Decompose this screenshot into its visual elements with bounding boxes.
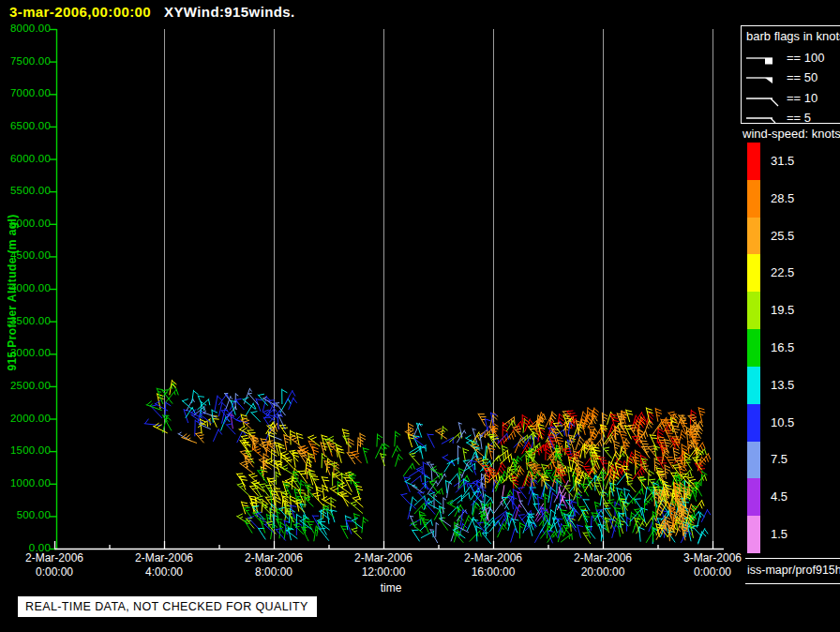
wind-barb	[420, 445, 426, 459]
pennant-50-icon	[743, 69, 781, 86]
wind-barb	[450, 495, 462, 504]
wind-barb	[400, 493, 411, 505]
wind-barb	[478, 414, 487, 427]
wind-barb	[408, 504, 416, 519]
half-barb-5-icon	[743, 110, 781, 127]
footer-divider-top	[745, 558, 840, 559]
x-tick-label: 2-Mar-20060:00:00	[3, 551, 106, 579]
wind-barb	[447, 481, 452, 498]
wind-barb	[513, 475, 519, 489]
wind-barb	[284, 434, 291, 450]
wind-barb	[284, 458, 294, 469]
wind-barb	[345, 515, 351, 530]
wind-barb	[494, 503, 503, 514]
colorbar-swatch	[747, 143, 760, 180]
x-axis	[54, 541, 724, 549]
wind-barb	[534, 529, 545, 543]
wind-barb	[435, 429, 447, 439]
wind-barb	[360, 433, 366, 447]
barb-legend-row: == 100	[743, 49, 825, 68]
y-tick-label: 1500.00	[0, 444, 51, 456]
chart-canvas	[0, 0, 840, 632]
y-tick-label: 500.00	[0, 509, 51, 520]
y-tick-label: 6000.00	[0, 153, 51, 164]
wind-barb	[428, 433, 435, 447]
colorbar-swatch	[747, 292, 760, 329]
x-tick-time: 16:00:00	[442, 565, 545, 579]
wind-barb	[331, 509, 338, 522]
wind-barb	[405, 429, 418, 438]
wind-barb	[624, 488, 630, 503]
y-tick-label: 7000.00	[0, 87, 51, 98]
wind-barb	[252, 446, 263, 458]
colorbar-label: 22.5	[771, 265, 794, 279]
colorbar-label: 25.5	[771, 229, 794, 243]
wind-barb	[472, 429, 477, 444]
wind-barb	[351, 502, 363, 514]
colorbar-label: 13.5	[771, 378, 794, 392]
colorbar-swatch	[747, 254, 760, 292]
wind-barb	[529, 454, 538, 465]
wind-barb	[244, 520, 252, 534]
x-tick-date: 2-Mar-2006	[222, 551, 325, 565]
barb-legend-label: == 10	[787, 91, 818, 105]
barb-legend-title: barb flags in knots	[746, 29, 840, 43]
wind-barb	[458, 422, 462, 437]
wind-barb	[667, 457, 675, 469]
wind-barb	[657, 428, 664, 444]
wind-barb	[286, 528, 297, 538]
wind-barb	[354, 513, 360, 529]
wind-barb	[601, 471, 607, 486]
wind-barb	[362, 517, 368, 533]
wind-barb	[396, 454, 403, 467]
wind-barb	[485, 418, 490, 431]
gridlines	[165, 29, 713, 549]
wind-barb	[463, 448, 469, 462]
wind-profiler-display: 3-mar-2006,00:00:00XYWind:915winds. 8000…	[0, 0, 840, 632]
x-tick-time: 0:00:00	[3, 565, 106, 579]
wind-barb	[237, 483, 249, 495]
wind-barb	[418, 484, 428, 493]
y-axis	[50, 29, 57, 549]
x-tick-time: 4:00:00	[112, 565, 216, 579]
barb-legend-row: == 50	[743, 68, 818, 87]
x-tick-label: 2-Mar-200620:00:00	[551, 551, 654, 579]
wind-barb	[627, 517, 633, 532]
wind-barb	[276, 472, 281, 485]
colorbar-swatch	[747, 367, 760, 404]
wind-barb	[701, 471, 707, 486]
wind-barb	[500, 494, 510, 503]
y-tick-label: 6500.00	[0, 120, 51, 131]
wind-barb	[286, 390, 295, 403]
full-barb-10-icon	[743, 90, 781, 107]
wind-barb	[289, 398, 297, 410]
y-tick-label: 2000.00	[0, 413, 51, 424]
wind-barb	[421, 531, 434, 538]
x-tick-label: 2-Mar-200612:00:00	[332, 551, 435, 579]
wind-barb	[249, 486, 258, 496]
wind-barb	[529, 521, 535, 536]
wind-barb	[411, 475, 421, 484]
colorbar-swatch	[747, 180, 760, 218]
barb-legend-row: == 5	[743, 109, 811, 128]
wind-barb	[420, 519, 432, 531]
wind-barb	[458, 445, 460, 461]
colorbar-swatch	[747, 442, 760, 479]
wind-barb	[442, 437, 454, 444]
wind-barb	[436, 522, 440, 537]
wind-barb	[511, 528, 519, 542]
colorbar-swatch	[747, 516, 760, 553]
wind-barb	[425, 502, 435, 514]
wind-barb	[423, 519, 429, 534]
wind-barb	[470, 531, 482, 542]
barb-legend-label: == 5	[787, 111, 811, 125]
wind-barb	[231, 414, 234, 429]
colorbar-swatch	[747, 404, 760, 442]
wind-barb	[412, 530, 419, 542]
wind-barb	[471, 460, 477, 475]
wind-barb	[277, 508, 282, 522]
x-axis-title: time	[353, 581, 428, 594]
wind-barb	[343, 436, 352, 448]
wind-barb	[583, 533, 591, 545]
barb-legend-label: == 100	[787, 51, 825, 65]
